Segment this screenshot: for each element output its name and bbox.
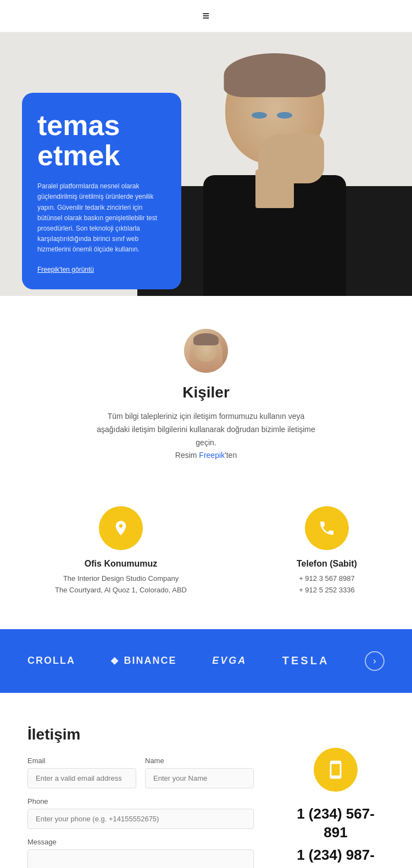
brands-section: CROLLA BINANCE EVGA TESLA › [0, 629, 412, 693]
phone-numbers: + 912 3 567 8987 + 912 5 252 3336 [299, 573, 355, 596]
contact-info-section: Ofis Konumumuz The Interior Design Studi… [0, 484, 412, 629]
phone-icon [305, 506, 349, 550]
brand-binance: BINANCE [111, 655, 177, 667]
office-address: The Interior Design Studio Company The C… [55, 573, 187, 596]
message-textarea[interactable] [27, 849, 254, 868]
location-icon [99, 506, 143, 550]
form-title: İletişim [27, 726, 254, 743]
email-group: Email [27, 757, 136, 788]
hamburger-menu-icon[interactable]: ≡ [203, 9, 210, 23]
hero-title: temas etmek [37, 110, 166, 170]
name-group: Name [145, 757, 254, 788]
phone-group: Phone [27, 797, 254, 829]
hero-section: temas etmek Paralel platformlarda nesnel… [0, 32, 412, 296]
binance-diamond-icon [111, 657, 119, 665]
phone-input[interactable] [27, 809, 254, 829]
avatar [184, 329, 228, 373]
person-section: Kişiler Tüm bilgi talepleriniz için ilet… [0, 296, 412, 484]
contact-form-section: İletişim Email Name Phone Message I acce… [0, 693, 412, 868]
name-input[interactable] [145, 768, 254, 788]
phone-side: 1 (234) 567-891 1 (234) 987-654 [287, 726, 385, 868]
brand-tesla: TESLA [282, 654, 330, 667]
person-section-description: Tüm bilgi talepleriniz için iletişim for… [91, 410, 321, 462]
hero-description: Paralel platformlarda nesnel olarak güçl… [37, 181, 166, 255]
office-contact: Ofis Konumumuz The Interior Design Studi… [55, 506, 187, 596]
brand-evga: EVGA [212, 655, 247, 667]
contact-form: İletişim Email Name Phone Message I acce… [27, 726, 254, 868]
contact-phone-2: 1 (234) 987-654 [287, 846, 385, 868]
office-label: Ofis Konumumuz [85, 559, 157, 569]
name-label: Name [145, 757, 254, 765]
email-label: Email [27, 757, 136, 765]
navigation: ≡ [0, 0, 412, 32]
phone-label-form: Phone [27, 797, 254, 805]
phone-contact: Telefon (Sabit) + 912 3 567 8987 + 912 5… [297, 506, 357, 596]
contact-phone-1: 1 (234) 567-891 [287, 805, 385, 842]
form-row-email-name: Email Name [27, 757, 254, 788]
brands-next-button[interactable]: › [365, 651, 385, 671]
mobile-phone-icon [314, 748, 358, 792]
phone-label: Telefon (Sabit) [297, 559, 357, 569]
message-label: Message [27, 838, 254, 846]
hero-card: temas etmek Paralel platformlarda nesnel… [22, 93, 181, 289]
brand-crolla: CROLLA [27, 655, 75, 667]
person-section-title: Kişiler [182, 384, 230, 401]
freepik-link[interactable]: Freepik [199, 451, 225, 460]
hero-image-link[interactable]: Freepik'ten görüntü [37, 266, 94, 273]
email-input[interactable] [27, 768, 136, 788]
message-group: Message [27, 838, 254, 868]
